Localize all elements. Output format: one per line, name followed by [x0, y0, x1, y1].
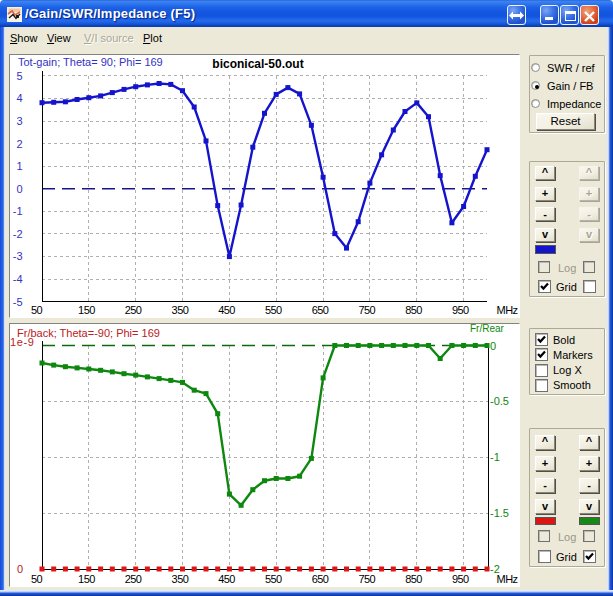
svg-text:250: 250: [125, 304, 142, 316]
svg-text:950: 950: [452, 304, 469, 316]
svg-text:Tot-gain; Theta= 90; Phi= 169: Tot-gain; Theta= 90; Phi= 169: [18, 56, 163, 68]
svg-text:50: 50: [31, 304, 43, 316]
svg-text:-3: -3: [13, 250, 23, 262]
svg-text:350: 350: [172, 304, 189, 316]
svg-text:0: 0: [16, 183, 22, 195]
svg-text:-1: -1: [490, 451, 500, 463]
svg-text:450: 450: [218, 573, 235, 585]
svg-text:MHz: MHz: [497, 304, 518, 316]
svg-text:-1.5: -1.5: [490, 507, 509, 519]
svg-text:Fr/back; Theta=-90; Phi= 169: Fr/back; Theta=-90; Phi= 169: [17, 327, 160, 339]
svg-text:5: 5: [16, 70, 22, 82]
svg-text:750: 750: [359, 304, 376, 316]
svg-text:850: 850: [405, 573, 422, 585]
svg-text:2: 2: [16, 138, 22, 150]
svg-text:-0.5: -0.5: [490, 395, 509, 407]
svg-text:150: 150: [78, 304, 95, 316]
svg-text:250: 250: [125, 573, 142, 585]
svg-text:950: 950: [452, 573, 469, 585]
svg-text:850: 850: [405, 304, 422, 316]
svg-text:-4: -4: [13, 273, 23, 285]
svg-text:MHz: MHz: [497, 573, 518, 585]
svg-text:50: 50: [31, 573, 43, 585]
svg-text:1e-9: 1e-9: [10, 336, 34, 348]
svg-text:350: 350: [172, 573, 189, 585]
svg-text:450: 450: [218, 304, 235, 316]
svg-text:Fr/Rear: Fr/Rear: [470, 324, 505, 334]
svg-text:-5: -5: [13, 296, 23, 308]
svg-text:150: 150: [78, 573, 95, 585]
svg-text:3: 3: [16, 115, 22, 127]
svg-text:650: 650: [312, 573, 329, 585]
svg-text:-1: -1: [13, 205, 23, 217]
svg-text:-2: -2: [13, 228, 23, 240]
svg-text:0: 0: [17, 563, 23, 575]
svg-text:biconical-50.out: biconical-50.out: [212, 57, 303, 71]
svg-text:1: 1: [16, 160, 22, 172]
svg-text:750: 750: [359, 573, 376, 585]
svg-text:650: 650: [312, 304, 329, 316]
svg-text:0: 0: [490, 340, 496, 352]
svg-text:550: 550: [265, 304, 282, 316]
svg-text:550: 550: [265, 573, 282, 585]
svg-text:4: 4: [16, 92, 22, 104]
